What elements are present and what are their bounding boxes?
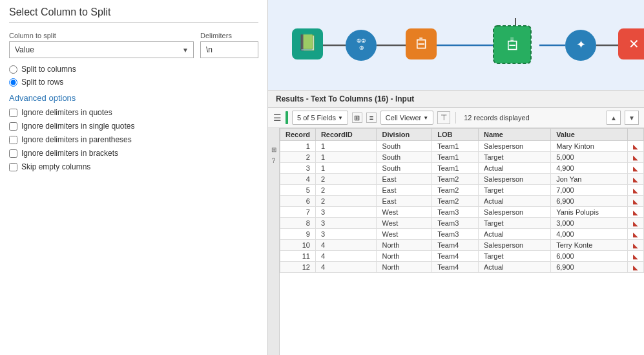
table-row: 11 4 North Team4 Target 6,000 ◣ [280,251,644,262]
table-row: 3 1 South Team1 Actual 4,900 ◣ [280,163,644,174]
table-row: 9 3 West Team3 Actual 4,000 ◣ [280,229,644,240]
cell-value: 7,000 [551,185,628,196]
svg-text:📗: 📗 [298,33,317,52]
cell-recordid: 2 [315,174,377,185]
menu-icon[interactable]: ☰ [273,113,282,123]
checkbox-ignore-quotes-input[interactable] [9,109,17,117]
results-area: Results - Text To Columns (16) - Input ☰… [268,91,644,355]
radio-split-columns[interactable]: Split to columns [9,65,258,74]
cell-value: Terry Konte [551,240,628,251]
fields-button[interactable]: 5 of 5 Fields ▼ [292,111,348,125]
checkbox-ignore-single-quotes[interactable]: Ignore delimiters in single quotes [9,122,258,131]
cell-division: West [377,207,432,218]
cell-record: 2 [280,152,316,163]
cell-recordid: 4 [315,262,377,273]
cell-recordid: 3 [315,207,377,218]
cell-lob: Team3 [432,218,479,229]
cell-value: 4,000 [551,229,628,240]
flag-icon: ◣ [633,187,638,194]
radio-split-rows[interactable]: Split to rows [9,78,258,87]
cell-name: Actual [479,262,551,273]
table-row: 8 3 West Team3 Target 3,000 ◣ [280,218,644,229]
cell-name: Target [479,218,551,229]
cell-viewer-button[interactable]: Cell Viewer ▼ [380,111,433,125]
cell-flag: ◣ [628,185,644,196]
fields-dropdown-arrow: ▼ [338,115,343,121]
panel-title: Select Column to Split [9,6,258,23]
row-icon-expand[interactable]: ⊞ [271,146,276,153]
cell-flag: ◣ [628,141,644,152]
table-row: 5 2 East Team2 Target 7,000 ◣ [280,185,644,196]
flag-icon: ◣ [633,143,638,150]
row-icon-info[interactable]: ? [272,157,276,164]
cell-value: Yanis Polupis [551,207,628,218]
cell-value: 4,900 [551,163,628,174]
checkbox-ignore-brackets[interactable]: Ignore delimiters in brackets [9,149,258,158]
radio-group: Split to columns Split to rows [9,65,258,87]
nav-down-button[interactable]: ▼ [625,111,639,125]
cell-recordid: 1 [315,141,377,152]
cell-lob: Team2 [432,185,479,196]
checkbox-ignore-single-quotes-input[interactable] [9,122,17,131]
cell-value: 6,900 [551,196,628,207]
cell-lob: Team4 [432,240,479,251]
cell-division: East [377,174,432,185]
cell-recordid: 4 [315,251,377,262]
cell-value: 3,000 [551,218,628,229]
data-table: Record RecordID Division LOB Name Value … [280,128,644,273]
cell-value: 6,000 [551,251,628,262]
table-container[interactable]: Record RecordID Division LOB Name Value … [280,128,644,355]
checkbox-ignore-parens[interactable]: Ignore delimiters in parentheses [9,135,258,144]
cell-flag: ◣ [628,163,644,174]
table-view-icon[interactable]: ⊞ [352,113,362,123]
checkbox-ignore-brackets-input[interactable] [9,149,17,158]
cell-name: Actual [479,163,551,174]
checkbox-ignore-parens-input[interactable] [9,136,17,144]
cell-recordid: 2 [315,185,377,196]
results-toolbar: ☰ 5 of 5 Fields ▼ ⊞ ≡ Cell Viewer ▼ ⊤ 12… [268,108,644,128]
cell-record: 11 [280,251,316,262]
flag-icon: ◣ [633,242,638,249]
flag-icon: ◣ [633,154,638,161]
cell-recordid: 4 [315,240,377,251]
nav-up-button[interactable]: ▲ [607,111,621,125]
toolbar-separator [455,112,456,124]
cell-flag: ◣ [628,229,644,240]
radio-split-rows-input[interactable] [9,78,17,87]
checkbox-skip-empty[interactable]: Skip empty columns [9,162,258,171]
cell-name: Salesperson [479,141,551,152]
cell-lob: Team3 [432,229,479,240]
table-row: 1 1 South Team1 Salesperson Mary Kinton … [280,141,644,152]
checkbox-ignore-brackets-label: Ignore delimiters in brackets [21,149,118,158]
cell-lob: Team1 [432,152,479,163]
results-header: Results - Text To Columns (16) - Input [268,91,644,108]
th-division: Division [377,129,432,141]
checkbox-ignore-quotes[interactable]: Ignore delimiters in quotes [9,108,258,117]
radio-split-rows-label: Split to rows [21,78,63,87]
results-label: Results [276,94,304,103]
checkbox-ignore-parens-label: Ignore delimiters in parentheses [21,135,132,144]
filter-icon[interactable]: ⊤ [437,111,450,124]
delimiter-input[interactable] [200,41,258,58]
cell-record: 10 [280,240,316,251]
list-view-icon[interactable]: ≡ [366,113,377,123]
svg-text:③: ③ [359,45,364,51]
cell-name: Salesperson [479,174,551,185]
flag-icon: ◣ [633,264,638,271]
table-row: 4 2 East Team2 Salesperson Jon Yan ◣ [280,174,644,185]
table-row: 2 1 South Team1 Target 5,000 ◣ [280,152,644,163]
cell-division: North [377,251,432,262]
workflow-canvas: 📗 ①② ③ ⊟ ≡ ⊟ ≡ ✦ ✕ [268,0,644,91]
svg-text:≡: ≡ [510,36,514,43]
cell-flag: ◣ [628,262,644,273]
cell-division: West [377,229,432,240]
cell-name: Target [479,152,551,163]
table-header-row: Record RecordID Division LOB Name Value [280,129,644,141]
cell-flag: ◣ [628,218,644,229]
checkbox-skip-empty-input[interactable] [9,163,17,171]
radio-split-columns-input[interactable] [9,65,17,74]
cell-lob: Team1 [432,141,479,152]
cell-division: East [377,196,432,207]
column-select[interactable]: Value [9,41,194,58]
table-row: 10 4 North Team4 Salesperson Terry Konte… [280,240,644,251]
